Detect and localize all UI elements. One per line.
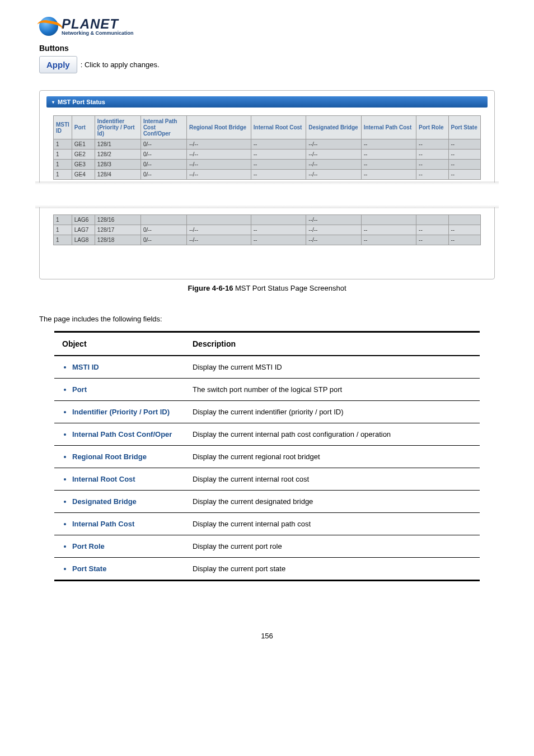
- col-port: Port: [72, 116, 95, 139]
- page-number: 156: [39, 632, 495, 640]
- figure-caption: Figure 4-6-16 MST Port Status Page Scree…: [39, 284, 495, 292]
- col-internal-path-cost: Internal Path Cost: [361, 116, 416, 139]
- apply-button[interactable]: Apply: [39, 56, 77, 73]
- field-object-label: Internal Path Cost: [72, 520, 177, 528]
- fields-description-table: Object Description MSTI IDDisplay the cu…: [54, 331, 480, 581]
- globe-icon: [39, 17, 58, 36]
- cell-msti: 1: [54, 215, 72, 225]
- fields-head-description: Description: [185, 332, 480, 356]
- cell-rrb: --/--: [186, 139, 251, 150]
- cell-db: --/--: [306, 139, 361, 150]
- field-object-label: Indentifier (Priority / Port ID): [72, 408, 177, 416]
- col-designated-bridge: Designated Bridge: [306, 116, 361, 139]
- table-row: Internal Path Cost Conf/OperDisplay the …: [54, 423, 480, 446]
- cell-rrb: --/--: [186, 150, 251, 160]
- field-object-label: Internal Root Cost: [72, 475, 177, 483]
- cell-ipc: 0/--: [140, 235, 186, 245]
- cell-rrb: [186, 215, 251, 225]
- cell-rrb: --/--: [186, 170, 251, 180]
- table-row: Indentifier (Priority / Port ID)Display …: [54, 401, 480, 423]
- table-row: 1LAG7128/170/----/------/--------: [54, 225, 481, 235]
- brand-name: PLANET: [62, 17, 134, 31]
- cell-db: --/--: [306, 215, 361, 225]
- cell-pr: --: [416, 235, 448, 245]
- cell-ident: 128/3: [95, 160, 140, 170]
- field-description: The switch port number of the logical ST…: [185, 379, 480, 401]
- field-object-label: MSTI ID: [72, 363, 177, 371]
- cell-port: LAG7: [72, 225, 95, 235]
- cell-ident: 128/2: [95, 150, 140, 160]
- cell-port: GE4: [72, 170, 95, 180]
- cell-db: --/--: [306, 235, 361, 245]
- cell-ipc2: --: [361, 160, 416, 170]
- panel-title: MST Port Status: [58, 99, 105, 105]
- field-object-label: Regional Root Bridge: [72, 452, 177, 461]
- cell-pr: --: [416, 170, 448, 180]
- field-object-label: Internal Path Cost Conf/Oper: [72, 430, 177, 438]
- cell-db: --/--: [306, 225, 361, 235]
- cell-ipc2: --: [361, 150, 416, 160]
- buttons-heading: Buttons: [39, 44, 495, 53]
- field-object: Port: [54, 379, 185, 401]
- col-port-state: Port State: [448, 116, 480, 139]
- field-object: Port State: [54, 558, 185, 581]
- cell-ipc: 0/--: [140, 160, 186, 170]
- table-row: 1GE3128/30/----/------/--------: [54, 160, 481, 170]
- table-row: Internal Path CostDisplay the current in…: [54, 513, 480, 535]
- cell-db: --/--: [306, 170, 361, 180]
- field-object: Designated Bridge: [54, 491, 185, 513]
- cell-msti: 1: [54, 150, 72, 160]
- table-row: 1GE2128/20/----/------/--------: [54, 150, 481, 160]
- table-row: Port StateDisplay the current port state: [54, 558, 480, 581]
- cell-ps: --: [448, 160, 480, 170]
- cell-db: --/--: [306, 150, 361, 160]
- table-row: Regional Root BridgeDisplay the current …: [54, 446, 480, 468]
- cell-msti: 1: [54, 235, 72, 245]
- cell-port: LAG6: [72, 215, 95, 225]
- cell-ps: --: [448, 235, 480, 245]
- field-description: Display the current designated bridge: [185, 491, 480, 513]
- cell-pr: --: [416, 150, 448, 160]
- cell-port: GE3: [72, 160, 95, 170]
- cell-rrb: --/--: [186, 160, 251, 170]
- cell-pr: --: [416, 225, 448, 235]
- table-row: Port RoleDisplay the current port role: [54, 535, 480, 558]
- col-internal-path-cost-conf-oper: Internal Path Cost Conf/Oper: [140, 116, 186, 139]
- cell-msti: 1: [54, 225, 72, 235]
- apply-description: : Click to apply changes.: [81, 60, 160, 69]
- fields-intro: The page includes the following fields:: [39, 315, 495, 323]
- cell-msti: 1: [54, 170, 72, 180]
- table-row: MSTI IDDisplay the current MSTI ID: [54, 356, 480, 379]
- cell-ident: 128/17: [95, 225, 140, 235]
- cell-ipc2: --: [361, 139, 416, 150]
- cell-ps: --: [448, 150, 480, 160]
- field-description: Display the current MSTI ID: [185, 356, 480, 379]
- cell-irc: --: [251, 139, 306, 150]
- cell-ident: 128/16: [95, 215, 140, 225]
- cell-irc: --: [251, 225, 306, 235]
- field-description: Display the current port state: [185, 558, 480, 581]
- cell-pr: --: [416, 139, 448, 150]
- table-row: Designated BridgeDisplay the current des…: [54, 491, 480, 513]
- field-description: Display the current indentifier (priorit…: [185, 401, 480, 423]
- cell-ident: 128/4: [95, 170, 140, 180]
- field-description: Display the current regional root bridge…: [185, 446, 480, 468]
- cell-irc: --: [251, 170, 306, 180]
- field-object-label: Port: [72, 385, 177, 394]
- cell-ipc: 0/--: [140, 139, 186, 150]
- col-identifier: Indentifier (Priority / Port Id): [95, 116, 140, 139]
- cell-ps: --: [448, 170, 480, 180]
- cell-ipc: 0/--: [140, 170, 186, 180]
- field-object: Indentifier (Priority / Port ID): [54, 401, 185, 423]
- field-object: Port Role: [54, 535, 185, 558]
- panel-titlebar: ▾ MST Port Status: [46, 96, 488, 108]
- figure-cut-gap: [35, 183, 499, 207]
- cell-pr: --: [416, 160, 448, 170]
- cell-ps: --: [448, 139, 480, 150]
- cell-port: GE1: [72, 139, 95, 150]
- cell-ipc: [140, 215, 186, 225]
- cell-ipc: 0/--: [140, 225, 186, 235]
- col-msti-id: MSTI ID: [54, 116, 72, 139]
- cell-db: --/--: [306, 160, 361, 170]
- cell-ps: [448, 215, 480, 225]
